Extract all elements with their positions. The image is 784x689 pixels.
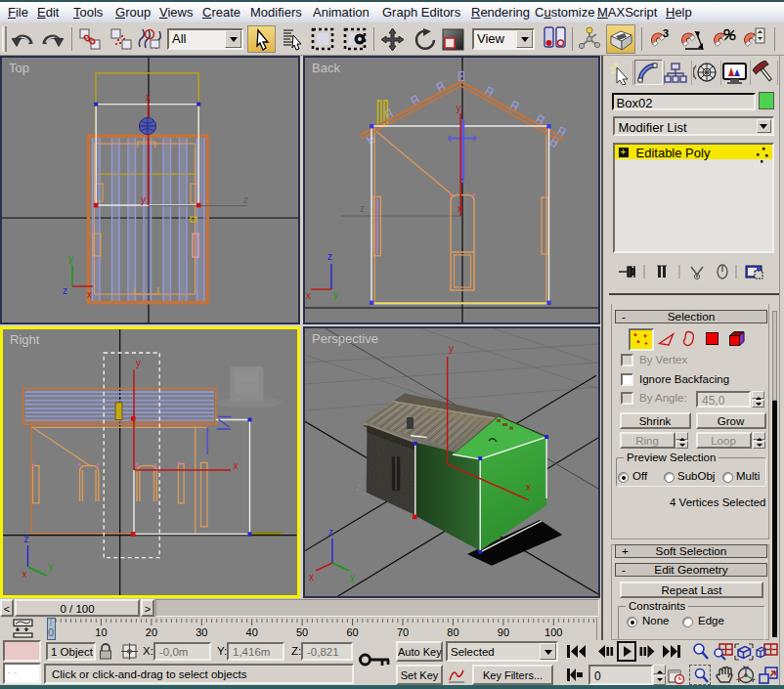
svg-text:RIGHT: RIGHT <box>240 380 260 387</box>
svg-text:30: 30 <box>196 626 207 638</box>
svg-text:z: z <box>243 194 248 205</box>
svg-text:y: y <box>457 103 461 113</box>
svg-text:70: 70 <box>397 626 409 638</box>
svg-text:x: x <box>22 569 27 580</box>
svg-text:100: 100 <box>544 626 562 638</box>
svg-text:x: x <box>146 92 151 103</box>
svg-text:y: y <box>49 561 54 572</box>
svg-text:80: 80 <box>447 626 458 638</box>
svg-text:x: x <box>526 482 531 493</box>
svg-text:y: y <box>333 289 338 300</box>
svg-text:z: z <box>24 534 29 544</box>
svg-text:x: x <box>457 203 462 214</box>
svg-text:z: z <box>63 285 67 296</box>
svg-text:z: z <box>327 251 332 262</box>
svg-text:10: 10 <box>95 626 107 638</box>
svg-text:40: 40 <box>246 626 258 638</box>
svg-text:y: y <box>68 253 73 264</box>
svg-text:90: 90 <box>498 626 509 638</box>
svg-text:y: y <box>141 194 146 205</box>
svg-text:3: 3 <box>663 27 669 39</box>
svg-text:y: y <box>350 572 355 582</box>
svg-text:x: x <box>306 290 311 301</box>
svg-text:y: y <box>136 358 141 368</box>
svg-text:20: 20 <box>146 626 157 638</box>
svg-text:50: 50 <box>296 626 308 638</box>
svg-text:60: 60 <box>346 626 358 638</box>
svg-text:z: z <box>356 482 361 493</box>
svg-text:x: x <box>309 572 314 582</box>
svg-text:z: z <box>328 527 333 538</box>
svg-text:y: y <box>449 343 454 354</box>
svg-text:x: x <box>87 289 92 300</box>
svg-text:z: z <box>360 203 365 214</box>
svg-text:x: x <box>234 460 239 471</box>
